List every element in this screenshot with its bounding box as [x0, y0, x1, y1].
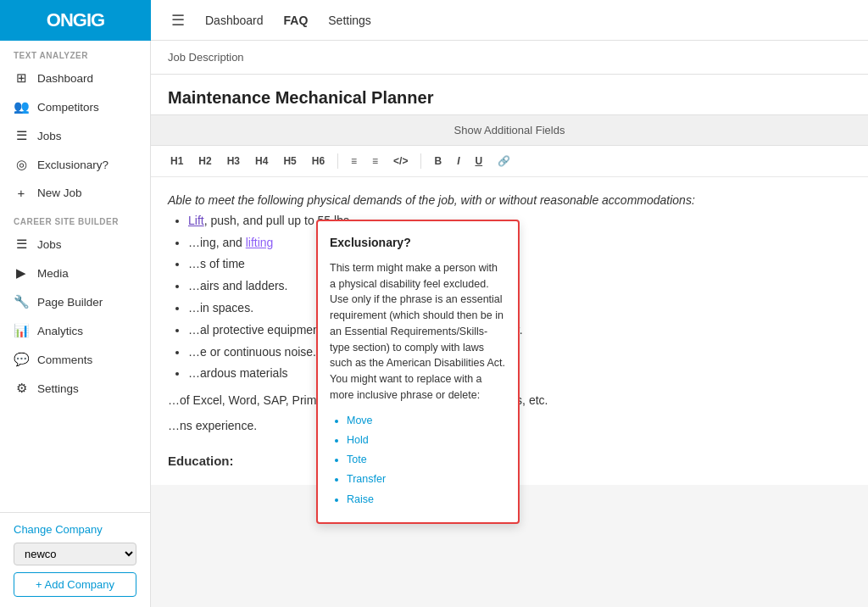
sidebar-item-label: Competitors: [37, 101, 99, 114]
toolbar-h3[interactable]: H3: [221, 153, 246, 170]
list-item: …al protective equipment, including but …: [188, 320, 851, 341]
sidebar-item-label: Analytics: [37, 325, 83, 337]
hamburger-icon[interactable]: ☰: [171, 11, 185, 30]
sidebar-bottom: Change Company newco + Add Company: [0, 512, 150, 607]
change-company-link[interactable]: Change Company: [14, 523, 136, 536]
toolbar-h6[interactable]: H6: [306, 153, 331, 170]
toolbar-ordered-list[interactable]: ≡: [366, 153, 384, 170]
popup-suggestion-transfer[interactable]: Transfer: [347, 471, 506, 488]
show-fields-button[interactable]: Show Additional Fields: [151, 114, 868, 146]
add-company-button[interactable]: + Add Company: [14, 572, 136, 597]
toolbar-bullet-list[interactable]: ≡: [345, 153, 363, 170]
media-icon: ▶: [14, 265, 29, 281]
breadcrumb: Job Description: [151, 41, 868, 75]
list-item: …airs and ladders.: [188, 276, 851, 297]
sidebar-item-label: Jobs: [37, 238, 62, 251]
top-navigation: ONGIG ☰ Dashboard FAQ Settings: [0, 0, 868, 41]
logo: ONGIG: [0, 0, 151, 41]
analytics-icon: 📊: [14, 323, 29, 338]
toolbar-h5[interactable]: H5: [277, 153, 302, 170]
editor-content: Exclusionary? This term might make a per…: [151, 177, 868, 485]
toolbar-code[interactable]: </>: [387, 153, 414, 170]
bullet-list: Lift, push, and pull up to 55 lbs. …ing,…: [188, 211, 851, 384]
toolbar-link[interactable]: 🔗: [492, 153, 516, 170]
jobs-icon: ☰: [14, 128, 29, 143]
popup-body: This term might make a person with a phy…: [330, 260, 506, 404]
sidebar-item-exclusionary[interactable]: ◎ Exclusionary?: [0, 150, 150, 179]
toolbar-separator: [337, 153, 338, 169]
nav-link-settings[interactable]: Settings: [328, 14, 371, 27]
popup-suggestion-move[interactable]: Move: [347, 412, 506, 430]
sidebar-item-new-job[interactable]: + New Job: [0, 179, 150, 207]
text-analyzer-label: TEXT ANALYZER: [0, 41, 150, 64]
career-site-builder-label: CAREER SITE BUILDER: [0, 207, 150, 230]
sidebar-item-analytics[interactable]: 📊 Analytics: [0, 316, 150, 345]
sidebar-item-label: Exclusionary?: [37, 159, 108, 171]
new-job-icon: +: [14, 186, 29, 200]
italic-intro: Able to meet the following physical dema…: [168, 191, 851, 211]
settings-icon: ⚙: [14, 381, 29, 396]
dashboard-icon: ⊞: [14, 70, 29, 86]
toolbar-italic[interactable]: I: [451, 153, 465, 170]
competitors-icon: 👥: [14, 99, 29, 114]
list-item: …s of time: [188, 254, 851, 275]
job-title: Maintenance Mechanical Planner: [151, 75, 868, 114]
toolbar-h2[interactable]: H2: [192, 153, 217, 170]
lifting-link[interactable]: lifting: [246, 236, 274, 249]
list-item: …e or continuous noise.: [188, 342, 851, 363]
sidebar-item-comments[interactable]: 💬 Comments: [0, 345, 150, 374]
exclusionary-icon: ◎: [14, 157, 29, 172]
csb-jobs-icon: ☰: [14, 237, 29, 252]
page-builder-icon: 🔧: [14, 294, 29, 309]
exclusionary-popup: Exclusionary? This term might make a per…: [316, 220, 520, 524]
popup-suggestion-raise[interactable]: Raise: [347, 491, 506, 509]
list-item: Lift, push, and pull up to 55 lbs.: [188, 211, 851, 231]
lift-link[interactable]: Lift: [188, 214, 204, 227]
toolbar-h1[interactable]: H1: [164, 153, 189, 170]
sidebar-item-label: Page Builder: [37, 296, 103, 309]
sidebar-item-csb-jobs[interactable]: ☰ Jobs: [0, 230, 150, 259]
list-item: …in spaces.: [188, 298, 851, 319]
italic-intro-text: Able to meet the following physical dema…: [168, 193, 695, 207]
sidebar: TEXT ANALYZER ⊞ Dashboard 👥 Competitors …: [0, 41, 151, 607]
editor-card: Maintenance Mechanical Planner Show Addi…: [151, 75, 868, 485]
nav-link-faq[interactable]: FAQ: [284, 14, 309, 27]
company-select[interactable]: newco: [14, 543, 136, 565]
top-nav-links: Dashboard FAQ Settings: [205, 14, 371, 27]
popup-suggestion-tote[interactable]: Tote: [347, 451, 506, 469]
popup-title: Exclusionary?: [330, 233, 506, 253]
main-layout: TEXT ANALYZER ⊞ Dashboard 👥 Competitors …: [0, 41, 868, 607]
sidebar-item-page-builder[interactable]: 🔧 Page Builder: [0, 287, 150, 316]
sidebar-item-media[interactable]: ▶ Media: [0, 259, 150, 287]
list-item: …ing, and lifting: [188, 233, 851, 253]
comments-icon: 💬: [14, 352, 29, 367]
sidebar-item-label: Media: [37, 267, 69, 280]
content-area: Job Description Maintenance Mechanical P…: [151, 41, 868, 607]
sidebar-item-jobs[interactable]: ☰ Jobs: [0, 121, 150, 150]
list-item: …ardous materials: [188, 364, 851, 384]
popup-suggestions-list: Move Hold Tote Transfer Raise: [347, 412, 506, 509]
popup-suggestion-hold[interactable]: Hold: [347, 432, 506, 449]
nav-link-dashboard[interactable]: Dashboard: [205, 14, 264, 27]
sidebar-item-settings[interactable]: ⚙ Settings: [0, 374, 150, 403]
editor-toolbar: H1 H2 H3 H4 H5 H6 ≡ ≡ </> B I U 🔗: [151, 146, 868, 177]
toolbar-underline[interactable]: U: [469, 153, 488, 170]
sidebar-item-dashboard[interactable]: ⊞ Dashboard: [0, 64, 150, 92]
toolbar-h4[interactable]: H4: [249, 153, 274, 170]
toolbar-bold[interactable]: B: [428, 153, 448, 170]
sidebar-item-label: Comments: [37, 354, 92, 366]
sidebar-item-competitors[interactable]: 👥 Competitors: [0, 92, 150, 121]
sidebar-item-label: Settings: [37, 382, 79, 395]
sidebar-item-label: Dashboard: [37, 72, 93, 85]
toolbar-separator-2: [420, 153, 421, 169]
sidebar-item-label: Jobs: [37, 130, 62, 142]
logo-text: ONGIG: [47, 9, 104, 31]
sidebar-item-label: New Job: [37, 187, 82, 199]
